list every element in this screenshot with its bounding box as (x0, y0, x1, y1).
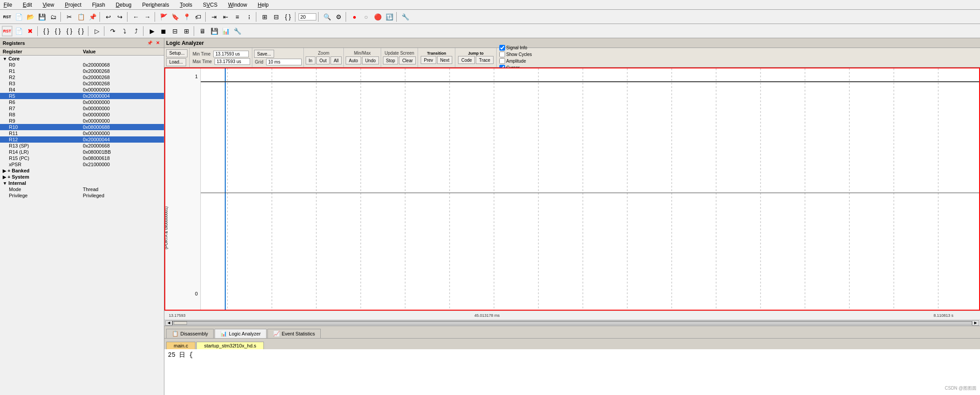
nav-back-button[interactable]: ← (131, 12, 141, 22)
undo-button[interactable]: ↩ (103, 12, 114, 22)
stop-button[interactable]: 🔴 (372, 12, 383, 22)
debug1-button[interactable]: ⚙ (333, 12, 344, 22)
menu-window[interactable]: Window (226, 1, 249, 9)
code-button[interactable]: { } (283, 12, 293, 22)
reg-row[interactable]: PrivilegePrivileged (0, 192, 164, 199)
search-button[interactable]: 🔍 (322, 12, 332, 22)
tab-event-statistics[interactable]: 📈 Event Statistics (267, 329, 321, 338)
reg-row[interactable]: R100x08000688 (0, 124, 164, 130)
jumpto-trace-button[interactable]: Trace (476, 56, 493, 64)
copy-button[interactable]: 📋 (76, 12, 86, 22)
reg-row[interactable]: R40x00000000 (0, 87, 164, 93)
source-tab-startup[interactable]: startup_stm32f10x_hd.s (196, 342, 263, 349)
zoom-in-button[interactable]: In (306, 56, 315, 64)
tools2-button[interactable]: 🔧 (232, 26, 243, 36)
reg-row[interactable]: R14 (LR)0x080001BB (0, 149, 164, 155)
menu-project[interactable]: Project (63, 1, 83, 9)
reg-row[interactable]: xPSR0x21000000 (0, 161, 164, 168)
pause-button[interactable]: ○ (361, 12, 371, 22)
signal-info-checkbox[interactable] (499, 45, 505, 51)
transition-next-button[interactable]: Next (437, 56, 453, 64)
reg-row[interactable]: R120x20000044 (0, 136, 164, 143)
align-button[interactable]: ≡ (232, 12, 243, 22)
reg-group-row[interactable]: ▼ Internal (0, 180, 164, 186)
brace1-button[interactable]: { } (41, 26, 52, 36)
redo-button[interactable]: ↪ (115, 12, 125, 22)
zoom-all-button[interactable]: All (331, 56, 342, 64)
brace4-button[interactable]: { } (76, 26, 86, 36)
toolbar-input[interactable] (299, 13, 316, 20)
reg-button[interactable]: 📊 (220, 26, 231, 36)
menu-svcs[interactable]: SVCS (201, 1, 219, 9)
scroll-right-button[interactable]: ▶ (972, 320, 979, 326)
exec2-button[interactable]: ◼ (158, 26, 169, 36)
scroll-track[interactable] (172, 321, 972, 325)
bookmark3-button[interactable]: 🏷 (193, 12, 203, 22)
rst-button[interactable]: RST (2, 12, 12, 22)
minmax-auto-button[interactable]: Auto (346, 56, 361, 64)
bookmark-button[interactable]: 🔖 (170, 12, 180, 22)
reg-row[interactable]: R10x20000268 (0, 68, 164, 74)
rst2-button[interactable]: RST (2, 26, 12, 36)
reg-row[interactable]: ModeThread (0, 186, 164, 192)
restart-button[interactable]: 🔃 (384, 12, 394, 22)
reg-row[interactable]: R00x20000068 (0, 62, 164, 68)
align2-button[interactable]: ⫶ (243, 12, 254, 22)
nav-fwd-button[interactable]: → (142, 12, 153, 22)
flag-button[interactable]: 🚩 (158, 12, 169, 22)
la-save-button[interactable]: Save... (254, 50, 274, 58)
paste-button[interactable]: 📌 (87, 12, 98, 22)
step-into[interactable]: ⤵ (119, 26, 130, 36)
tab-logic-analyzer[interactable]: 📊 Logic Analyzer (215, 329, 267, 338)
reg-row[interactable]: R50x20000004 (0, 93, 164, 99)
reg-row[interactable]: R60x00000000 (0, 99, 164, 105)
reg-group-row[interactable]: ▼ Core (0, 56, 164, 62)
jumpto-code-button[interactable]: Code (458, 56, 475, 64)
reg-row[interactable]: R80x00000000 (0, 112, 164, 118)
brace2-button[interactable]: { } (52, 26, 63, 36)
save-button[interactable]: 💾 (36, 12, 47, 22)
arrow-button[interactable]: ▷ (92, 26, 102, 36)
menu-file[interactable]: File (2, 1, 14, 9)
pin-icon[interactable]: 📌 (146, 40, 153, 47)
exec4-button[interactable]: ⊞ (181, 26, 192, 36)
scroll-thumb[interactable] (174, 321, 187, 325)
minmax-undo-button[interactable]: Undo (362, 56, 379, 64)
step-out[interactable]: ⤴ (131, 26, 141, 36)
la-load-button[interactable]: Load... (166, 58, 186, 66)
run-button[interactable]: ● (349, 12, 360, 22)
source-tab-main[interactable]: main.c (166, 342, 195, 349)
scroll-left-button[interactable]: ◀ (165, 320, 172, 326)
reg-row[interactable]: R20x20000268 (0, 74, 164, 80)
reg-row[interactable]: R30x20000268 (0, 80, 164, 87)
menu-edit[interactable]: Edit (21, 1, 34, 9)
cut-button[interactable]: ✂ (64, 12, 75, 22)
menu-view[interactable]: View (41, 1, 56, 9)
reg-row[interactable]: R90x00000000 (0, 118, 164, 124)
open-button[interactable]: 📂 (25, 12, 36, 22)
mem-button[interactable]: 💾 (209, 26, 219, 36)
exec-button[interactable]: ▶ (147, 26, 157, 36)
settings-button[interactable]: 🔧 (400, 12, 410, 22)
doc-button[interactable]: 📄 (13, 26, 24, 36)
brace3-button[interactable]: { } (64, 26, 75, 36)
amplitude-checkbox[interactable] (499, 58, 505, 64)
close-icon[interactable]: ✕ (154, 40, 161, 47)
update-clear-button[interactable]: Clear (399, 56, 416, 64)
new-button[interactable]: 📄 (13, 12, 24, 22)
exec3-button[interactable]: ⊟ (170, 26, 180, 36)
step-over[interactable]: ↷ (108, 26, 118, 36)
update-stop-button[interactable]: Stop (383, 56, 398, 64)
reg-row[interactable]: R110x00000000 (0, 130, 164, 136)
cpu-button[interactable]: 🖥 (197, 26, 208, 36)
menu-debug[interactable]: Debug (114, 1, 133, 9)
bookmark2-button[interactable]: 📍 (181, 12, 192, 22)
show-cycles-checkbox[interactable] (499, 52, 505, 57)
menu-flash[interactable]: Flash (90, 1, 107, 9)
reg-row[interactable]: R13 (SP)0x20000668 (0, 143, 164, 149)
indent-button[interactable]: ⇥ (209, 12, 219, 22)
menu-peripherals[interactable]: Peripherals (140, 1, 171, 9)
reg-group-row[interactable]: ▶ + Banked (0, 168, 164, 174)
la-setup-button[interactable]: Setup... (166, 49, 187, 57)
reg-row[interactable]: R70x00000000 (0, 105, 164, 112)
